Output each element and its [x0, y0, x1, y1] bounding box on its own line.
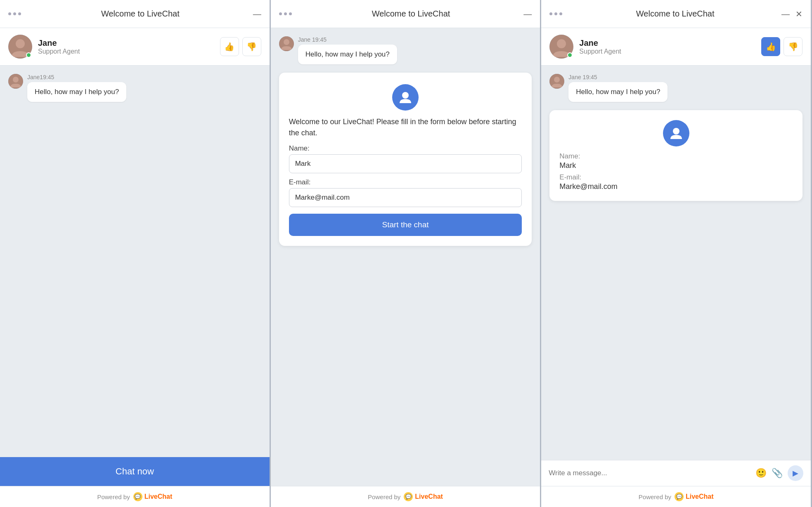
minimize-button-3[interactable]: — — [781, 10, 790, 18]
window-title-2: Welcome to LiveChat — [298, 9, 524, 19]
prechat-form: Name: E-mail: Start the chat — [289, 144, 522, 236]
title-bar-3: Welcome to LiveChat — ✕ — [541, 0, 811, 28]
submitted-user-icon — [663, 120, 689, 146]
agent-info-1: Jane Support Agent — [38, 38, 214, 55]
msg-bubble-3: Hello, how may I help you? — [568, 82, 668, 102]
window-controls-2: — — [523, 10, 532, 18]
name-field-group: Name: — [289, 144, 522, 173]
prechat-user-icon — [392, 84, 419, 111]
svg-point-6 — [402, 92, 409, 99]
livechat-brand-1: LiveChat — [144, 493, 173, 500]
submitted-name-label: Name: — [559, 152, 793, 160]
svg-point-5 — [284, 39, 289, 45]
agent-role-3: Support Agent — [579, 48, 755, 55]
livechat-brand-2: LiveChat — [415, 493, 443, 500]
panel-1: Welcome to LiveChat — Jane Support Agent… — [0, 0, 271, 507]
email-input[interactable] — [289, 188, 522, 207]
livechat-logo-1: 💬 LiveChat — [133, 492, 173, 501]
rating-buttons-1: 👍 👎 — [220, 37, 261, 56]
emoji-icon[interactable]: 🙂 — [755, 468, 767, 479]
svg-point-10 — [554, 77, 560, 83]
footer-powered-2: Powered by — [368, 493, 400, 500]
window-controls-3: — ✕ — [781, 10, 803, 18]
agent-header-1: Jane Support Agent 👍 👎 — [0, 28, 270, 66]
chat-area-1: Jane19:45 Hello, how may I help you? — [0, 66, 270, 457]
livechat-icon-3: 💬 — [675, 492, 684, 501]
name-label: Name: — [289, 144, 522, 153]
dot-1 — [8, 12, 11, 15]
agent-avatar-wrap-3 — [549, 35, 573, 59]
panel-3: Welcome to LiveChat — ✕ Jane Support Age… — [541, 0, 812, 507]
chat-area-3: Jane 19:45 Hello, how may I help you? Na… — [541, 66, 811, 460]
send-button[interactable]: ▶ — [788, 465, 803, 481]
msg-bubble-2: Hello, how may I help you? — [298, 45, 397, 64]
footer-powered-3: Powered by — [639, 493, 671, 500]
footer-3: Powered by 💬 LiveChat — [541, 486, 811, 507]
prechat-intro: Welcome to our LiveChat! Please fill in … — [289, 116, 522, 139]
thumbs-down-button-1[interactable]: 👎 — [242, 37, 261, 56]
footer-powered-1: Powered by — [97, 493, 130, 500]
agent-info-3: Jane Support Agent — [579, 38, 755, 55]
email-label: E-mail: — [289, 178, 522, 186]
panel-2: Welcome to LiveChat — Jane 19:45 Hello, … — [271, 0, 542, 507]
msg-meta-1: Jane19:45 — [27, 74, 126, 80]
dot-6 — [289, 12, 292, 15]
dot-4 — [279, 12, 282, 15]
window-dots-3 — [549, 12, 562, 15]
window-title-1: Welcome to LiveChat — [28, 9, 253, 19]
submitted-card: Name: Mark E-mail: Marke@mail.com — [549, 110, 803, 201]
window-controls-1: — — [253, 10, 261, 18]
online-indicator-1 — [26, 52, 31, 58]
chat-input-bar: 🙂 📎 ▶ — [541, 460, 811, 486]
submitted-email-label: E-mail: — [559, 173, 793, 182]
agent-name-3: Jane — [579, 38, 755, 48]
footer-2: Powered by 💬 LiveChat — [271, 486, 540, 507]
agent-role-1: Support Agent — [38, 48, 214, 55]
msg-content-1: Jane19:45 Hello, how may I help you? — [27, 74, 126, 102]
thumbs-up-button-3[interactable]: 👍 — [761, 37, 780, 56]
livechat-logo-3: 💬 LiveChat — [675, 492, 714, 501]
livechat-logo-2: 💬 LiveChat — [404, 492, 443, 501]
svg-point-1 — [16, 39, 25, 48]
name-input[interactable] — [289, 154, 522, 173]
thumbs-up-button-1[interactable]: 👍 — [220, 37, 239, 56]
agent-name-1: Jane — [38, 38, 214, 48]
msg-bubble-1: Hello, how may I help you? — [27, 82, 126, 102]
prechat-card: Welcome to our LiveChat! Please fill in … — [279, 73, 532, 246]
dot-5 — [284, 12, 287, 15]
msg-avatar-2 — [279, 36, 294, 51]
window-dots-2 — [279, 12, 292, 15]
livechat-icon-1: 💬 — [133, 492, 142, 501]
submitted-name-group: Name: Mark — [559, 152, 793, 170]
footer-1: Powered by 💬 LiveChat — [0, 486, 270, 507]
dot-2 — [13, 12, 16, 15]
attachment-icon[interactable]: 📎 — [772, 468, 783, 479]
msg-meta-3: Jane 19:45 — [568, 74, 668, 80]
message-row-2: Jane 19:45 Hello, how may I help you? — [279, 36, 532, 64]
message-input[interactable] — [549, 469, 750, 477]
submitted-email-group: E-mail: Marke@mail.com — [559, 173, 793, 191]
window-dots-1 — [8, 12, 21, 15]
agent-header-3: Jane Support Agent 👍 👎 — [541, 28, 811, 66]
online-indicator-3 — [567, 52, 573, 58]
thumbs-down-button-3[interactable]: 👎 — [784, 37, 803, 56]
msg-avatar-1 — [8, 74, 23, 89]
livechat-brand-3: LiveChat — [686, 493, 714, 500]
msg-content-3: Jane 19:45 Hello, how may I help you? — [568, 74, 668, 102]
msg-meta-2: Jane 19:45 — [298, 36, 397, 43]
chat-area-2: Jane 19:45 Hello, how may I help you? We… — [271, 28, 540, 486]
close-button-3[interactable]: ✕ — [795, 10, 803, 18]
msg-avatar-3 — [549, 74, 564, 89]
message-row-1: Jane19:45 Hello, how may I help you? — [8, 74, 261, 102]
email-field-group: E-mail: — [289, 178, 522, 207]
submitted-fields: Name: Mark E-mail: Marke@mail.com — [559, 152, 793, 191]
submitted-email-value: Marke@mail.com — [559, 182, 793, 191]
title-bar-2: Welcome to LiveChat — — [271, 0, 540, 28]
chat-now-button[interactable]: Chat now — [0, 457, 270, 486]
rating-buttons-3: 👍 👎 — [761, 37, 803, 56]
dot-7 — [549, 12, 552, 15]
submitted-name-value: Mark — [559, 161, 793, 170]
minimize-button-2[interactable]: — — [523, 10, 532, 18]
start-chat-button[interactable]: Start the chat — [289, 214, 522, 236]
minimize-button-1[interactable]: — — [253, 10, 261, 18]
